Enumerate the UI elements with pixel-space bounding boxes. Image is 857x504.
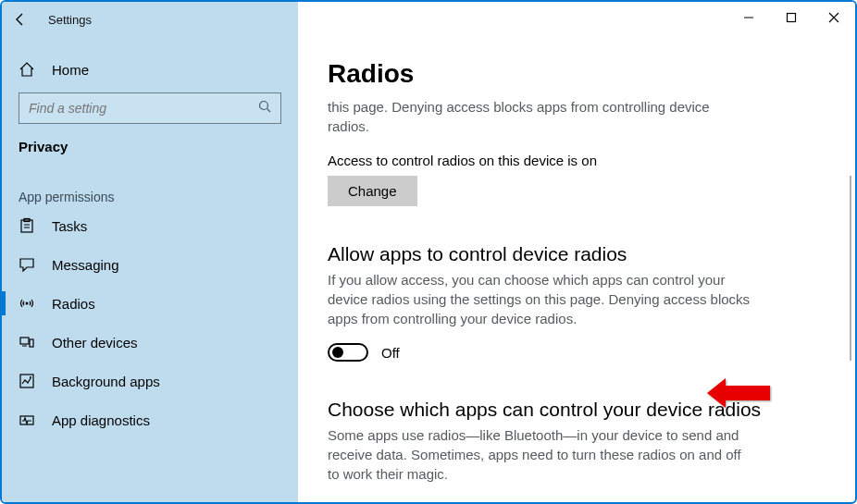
choose-title: Choose which apps can control your devic…: [328, 399, 800, 421]
close-button[interactable]: [813, 2, 855, 33]
sidebar-item-label: Tasks: [52, 218, 87, 234]
allow-title: Allow apps to control device radios: [328, 243, 800, 265]
sidebar-item-other-devices[interactable]: Other devices: [2, 323, 298, 362]
background-apps-icon: [19, 373, 35, 389]
sidebar-item-radios[interactable]: Radios: [2, 284, 298, 323]
sidebar-item-label: Other devices: [52, 335, 138, 350]
svg-rect-9: [20, 338, 29, 344]
svg-point-8: [26, 302, 29, 305]
maximize-button[interactable]: [770, 2, 813, 33]
home-icon: [19, 61, 35, 78]
svg-rect-1: [788, 14, 796, 22]
radios-icon: [19, 295, 35, 312]
back-button[interactable]: [2, 2, 39, 37]
nav-home[interactable]: Home: [2, 50, 298, 89]
category-label: Privacy: [2, 133, 298, 167]
messaging-icon: [19, 256, 35, 273]
minimize-button[interactable]: [727, 2, 770, 33]
page-title: Radios: [328, 59, 800, 89]
svg-rect-12: [20, 375, 33, 387]
sidebar-item-label: App diagnostics: [52, 412, 150, 428]
sidebar-item-label: Radios: [52, 296, 95, 312]
svg-point-13: [30, 376, 31, 378]
intro-text: this page. Denying access blocks apps fr…: [328, 98, 753, 136]
group-label: App permissions: [2, 167, 298, 206]
tasks-icon: [19, 217, 35, 234]
choose-description: Some apps use radios—like Bluetooth—in y…: [328, 426, 753, 484]
sidebar-item-label: Background apps: [52, 374, 160, 389]
change-button[interactable]: Change: [328, 176, 417, 206]
diagnostics-icon: [19, 412, 35, 428]
sidebar: Home Privacy App permissions Tasks: [2, 37, 298, 502]
allow-apps-toggle[interactable]: [328, 343, 368, 362]
sidebar-item-app-diagnostics[interactable]: App diagnostics: [2, 400, 298, 439]
access-status: Access to control radios on this device …: [328, 153, 800, 168]
allow-description: If you allow access, you can choose whic…: [328, 271, 753, 328]
scrollbar[interactable]: [850, 176, 851, 361]
app-title: Settings: [48, 13, 92, 27]
toggle-knob: [332, 347, 343, 358]
search-input[interactable]: [19, 92, 281, 124]
sidebar-item-background-apps[interactable]: Background apps: [2, 362, 298, 400]
content-pane: Radios this page. Denying access blocks …: [298, 37, 855, 502]
sidebar-item-messaging[interactable]: Messaging: [2, 245, 298, 284]
nav-home-label: Home: [52, 62, 89, 78]
devices-icon: [19, 334, 35, 350]
toggle-state-label: Off: [381, 345, 400, 361]
svg-rect-10: [30, 339, 33, 347]
sidebar-item-tasks[interactable]: Tasks: [2, 206, 298, 245]
sidebar-item-label: Messaging: [52, 257, 119, 273]
